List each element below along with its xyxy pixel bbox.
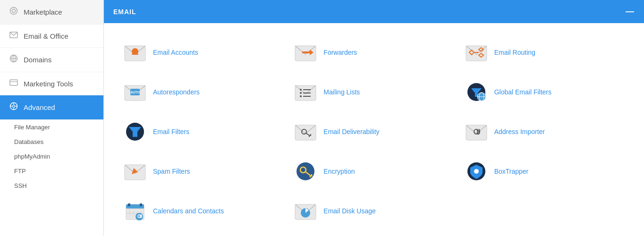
address-importer-icon — [464, 119, 489, 144]
sidebar-label: Marketing Tools — [24, 80, 73, 88]
boxtrapper-label: BoxTrapper — [494, 168, 529, 175]
sidebar-sub-file-manager[interactable]: File Manager — [0, 120, 103, 135]
sidebar-item-marketing-tools[interactable]: Marketing Tools — [0, 72, 103, 95]
global-email-filters-label: Global Email Filters — [494, 88, 551, 96]
sidebar-sub-ftp[interactable]: FTP — [0, 164, 103, 178]
spam-filters-label: Spam Filters — [153, 168, 190, 175]
email-collapse-button[interactable]: — — [626, 7, 635, 17]
email-section-body: Email Accounts Forwarders Email Routing … — [104, 23, 644, 236]
svg-point-32 — [300, 95, 302, 97]
sidebar-subitems: File ManagerDatabasesphpMyAdminFTPSSH — [0, 120, 103, 193]
email-disk-usage-label: Email Disk Usage — [323, 207, 375, 215]
advanced-icon — [9, 102, 18, 113]
sidebar-label: Email & Office — [24, 32, 68, 40]
email-office-icon — [9, 31, 18, 41]
sidebar-label: Advanced — [24, 103, 55, 111]
autoresponders-label: Autoresponders — [153, 88, 200, 96]
email-routing-icon — [464, 40, 489, 65]
grid-item-encryption[interactable]: Encryption — [288, 152, 459, 191]
email-accounts-label: Email Accounts — [153, 49, 198, 56]
svg-point-10 — [13, 105, 15, 108]
sidebar-item-email-office[interactable]: Email & Office — [0, 25, 103, 48]
svg-point-28 — [300, 89, 302, 91]
sidebar-sub-databases[interactable]: Databases — [0, 135, 103, 149]
spam-filters-icon — [123, 159, 147, 184]
global-email-filters-icon — [464, 80, 489, 104]
boxtrapper-icon — [464, 159, 489, 184]
calendars-contacts-label: Calendars and Contacts — [153, 207, 224, 215]
email-grid: Email Accounts Forwarders Email Routing … — [118, 33, 630, 231]
marketing-tools-icon — [9, 79, 18, 88]
svg-point-0 — [10, 8, 17, 15]
grid-item-mailing-lists[interactable]: Mailing Lists — [288, 72, 459, 112]
email-deliverability-label: Email Deliverability — [323, 128, 379, 135]
sidebar-sub-phpmyadmin[interactable]: phpMyAdmin — [0, 149, 103, 164]
grid-item-global-email-filters[interactable]: Global Email Filters — [459, 72, 630, 112]
autoresponders-icon: AUTO — [123, 80, 147, 104]
sidebar-label: Domains — [24, 56, 51, 64]
domains-icon — [9, 54, 18, 65]
grid-item-email-routing[interactable]: Email Routing — [459, 33, 630, 72]
sidebar-item-advanced[interactable]: Advanced — [0, 95, 103, 120]
sidebar: MarketplaceEmail & OfficeDomainsMarketin… — [0, 0, 104, 236]
address-importer-label: Address Importer — [494, 128, 545, 135]
grid-item-address-importer[interactable]: Address Importer — [459, 112, 630, 152]
encryption-label: Encryption — [323, 168, 355, 175]
svg-point-1 — [12, 9, 16, 13]
sidebar-sub-ssh[interactable]: SSH — [0, 178, 103, 193]
encryption-icon — [293, 159, 318, 184]
sidebar-label: Marketplace — [24, 8, 62, 16]
grid-item-email-disk-usage[interactable]: Email Disk Usage — [288, 191, 459, 231]
svg-rect-61 — [128, 203, 130, 206]
email-disk-usage-icon — [293, 199, 318, 223]
mailing-lists-icon — [293, 80, 318, 104]
grid-item-autoresponders[interactable]: AUTO Autoresponders — [118, 72, 288, 112]
svg-point-30 — [300, 92, 302, 94]
grid-item-spam-filters[interactable]: Spam Filters — [118, 152, 288, 191]
email-accounts-icon — [123, 40, 147, 65]
sidebar-item-domains[interactable]: Domains — [0, 48, 103, 72]
email-section-title: EMAIL — [113, 8, 136, 16]
grid-item-email-accounts[interactable]: Email Accounts — [118, 33, 288, 72]
grid-item-email-filters[interactable]: Email Filters — [118, 112, 288, 152]
email-routing-label: Email Routing — [494, 49, 535, 56]
forwarders-label: Forwarders — [323, 49, 357, 56]
grid-item-boxtrapper[interactable]: BoxTrapper — [459, 152, 630, 191]
email-filters-icon — [123, 119, 147, 144]
email-section-header: EMAIL — — [104, 0, 644, 23]
marketplace-icon — [9, 7, 18, 17]
svg-text:AUTO: AUTO — [130, 91, 140, 94]
svg-point-57 — [474, 169, 479, 174]
grid-item-calendars-contacts[interactable]: Calendars and Contacts — [118, 191, 288, 231]
grid-item-email-deliverability[interactable]: Email Deliverability — [288, 112, 459, 152]
forwarders-icon — [293, 40, 318, 65]
mailing-lists-label: Mailing Lists — [323, 88, 360, 96]
email-deliverability-icon — [293, 119, 318, 144]
grid-item-forwarders[interactable]: Forwarders — [288, 33, 459, 72]
calendars-contacts-icon — [123, 199, 147, 223]
sidebar-item-marketplace[interactable]: Marketplace — [0, 0, 103, 25]
svg-rect-7 — [10, 80, 17, 85]
email-filters-label: Email Filters — [153, 128, 189, 135]
svg-rect-62 — [140, 203, 142, 206]
main-content: EMAIL — Email Accounts Forwarders Email … — [104, 0, 644, 236]
